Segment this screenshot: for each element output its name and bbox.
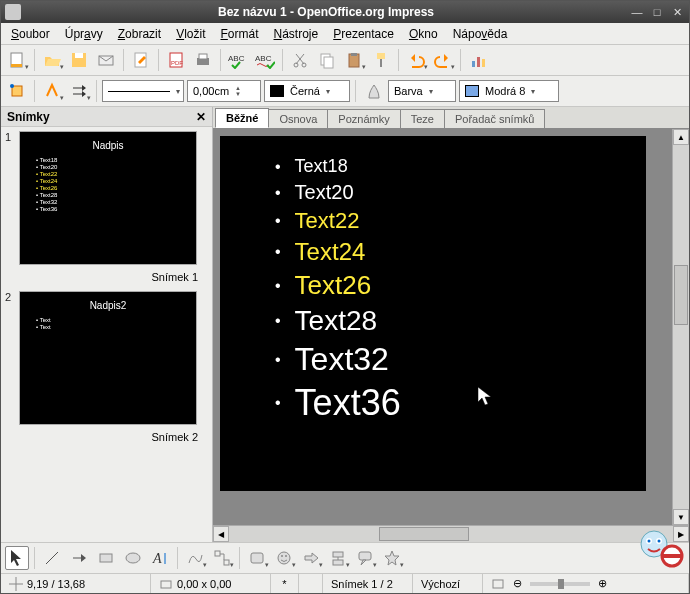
slide-thumbnail[interactable]: Nadpis2TextText [19, 291, 197, 425]
fill-type-combo[interactable]: Barva ▾ [388, 80, 456, 102]
line-tool-button[interactable] [40, 546, 64, 570]
rectangle-tool-button[interactable] [94, 546, 118, 570]
save-button[interactable] [67, 48, 91, 72]
thumb-item: Text26 [36, 185, 184, 191]
redo-button[interactable]: ▾ [431, 48, 455, 72]
basic-shapes-button[interactable]: ▾ [245, 546, 269, 570]
zoom-slider[interactable] [530, 582, 590, 586]
flowcharts-button[interactable]: ▾ [326, 546, 350, 570]
tab-normal[interactable]: Běžné [215, 108, 269, 128]
fill-color-combo[interactable]: Modrá 8 ▾ [459, 80, 559, 102]
slide-text: Text32 [295, 341, 389, 378]
modify-points-button[interactable] [5, 79, 29, 103]
cut-button[interactable] [288, 48, 312, 72]
zoom-fit-icon[interactable] [491, 577, 505, 591]
zoom-out-icon[interactable]: ⊖ [513, 577, 522, 590]
block-arrows-button[interactable]: ▾ [299, 546, 323, 570]
tab-handouts[interactable]: Teze [400, 109, 445, 128]
line-style-combo[interactable]: ▾ [102, 80, 184, 102]
text-tool-button[interactable]: A [148, 546, 172, 570]
menu-help[interactable]: Nápověda [447, 25, 514, 43]
line-color-combo[interactable]: Černá ▾ [264, 80, 350, 102]
svg-rect-40 [359, 552, 371, 560]
svg-line-25 [46, 552, 58, 564]
edit-file-button[interactable] [129, 48, 153, 72]
new-button[interactable]: ▾ [5, 48, 29, 72]
format-paintbrush-button[interactable] [369, 48, 393, 72]
help-agent-icon[interactable] [635, 521, 685, 571]
vertical-scrollbar[interactable]: ▲▼ [672, 129, 689, 525]
menu-window[interactable]: Okno [403, 25, 444, 43]
statusbar: 9,19 / 13,68 0,00 x 0,00 * Snímek 1 / 2 … [1, 573, 689, 593]
stars-button[interactable]: ▾ [380, 546, 404, 570]
thumb-item: Text36 [36, 206, 184, 212]
tab-outline[interactable]: Osnova [268, 109, 328, 128]
menu-view[interactable]: Zobrazit [112, 25, 167, 43]
slide-bullet-item[interactable]: •Text28 [275, 305, 646, 337]
slide-bullet-item[interactable]: •Text26 [275, 270, 646, 301]
line-width-combo[interactable]: 0,00cm ▲▼ [187, 80, 261, 102]
tab-sorter[interactable]: Pořadač snímků [444, 109, 545, 128]
maximize-button[interactable]: □ [649, 4, 665, 20]
chart-button[interactable] [466, 48, 490, 72]
menu-format[interactable]: Formát [214, 25, 264, 43]
undo-button[interactable]: ▾ [404, 48, 428, 72]
svg-rect-23 [12, 86, 22, 96]
print-button[interactable] [191, 48, 215, 72]
slide-number: 1 [5, 131, 15, 265]
view-tabs: Běžné Osnova Poznámky Teze Pořadač snímk… [213, 107, 689, 129]
menu-file[interactable]: Soubor [5, 25, 56, 43]
svg-point-36 [285, 555, 287, 557]
slide-text: Text18 [295, 156, 348, 177]
slide-canvas[interactable]: •Text18•Text20•Text22•Text24•Text26•Text… [213, 129, 672, 525]
bullet-icon: • [275, 351, 281, 369]
export-pdf-button[interactable]: PDF [164, 48, 188, 72]
connector-tool-button[interactable]: ▾ [210, 546, 234, 570]
email-button[interactable] [94, 48, 118, 72]
slide-bullet-item[interactable]: •Text36 [275, 382, 646, 424]
arrow-tool-button[interactable] [67, 546, 91, 570]
slide-bullet-item[interactable]: •Text24 [275, 238, 646, 266]
svg-rect-17 [351, 53, 357, 56]
menu-presentation[interactable]: Prezentace [327, 25, 400, 43]
svg-rect-20 [472, 61, 475, 67]
paste-button[interactable]: ▾ [342, 48, 366, 72]
curve-tool-button[interactable]: ▾ [183, 546, 207, 570]
slide-bullet-item[interactable]: •Text32 [275, 341, 646, 378]
fontwork-button[interactable]: ▾ [40, 79, 64, 103]
menu-tools[interactable]: Nástroje [268, 25, 325, 43]
close-button[interactable]: ✕ [669, 4, 685, 20]
slide-bullet-item[interactable]: •Text22 [275, 208, 646, 234]
line-fill-toolbar: ▾ ▾ ▾ 0,00cm ▲▼ Černá ▾ Barva ▾ Modrá 8 [1, 76, 689, 107]
svg-point-24 [10, 84, 14, 88]
position-icon [9, 577, 23, 591]
area-dialog-button[interactable] [361, 79, 385, 103]
close-panel-icon[interactable]: ✕ [196, 110, 206, 124]
slide-bullet-item[interactable]: •Text18 [275, 156, 646, 177]
copy-button[interactable] [315, 48, 339, 72]
menu-edit[interactable]: Úpravy [59, 25, 109, 43]
slide-bullet-item[interactable]: •Text20 [275, 181, 646, 204]
zoom-in-icon[interactable]: ⊕ [598, 577, 607, 590]
menu-insert[interactable]: Vložit [170, 25, 211, 43]
horizontal-scrollbar[interactable]: ◀▶ [213, 525, 689, 542]
tab-notes[interactable]: Poznámky [327, 109, 400, 128]
callouts-button[interactable]: ▾ [353, 546, 377, 570]
autospellcheck-button[interactable]: ABC [253, 48, 277, 72]
minimize-button[interactable]: — [629, 4, 645, 20]
open-button[interactable]: ▾ [40, 48, 64, 72]
slide-thumbnail[interactable]: NadpisText18Text20Text22Text24Text26Text… [19, 131, 197, 265]
svg-rect-18 [377, 53, 385, 59]
thumb-title: Nadpis2 [32, 300, 184, 311]
svg-rect-33 [251, 553, 263, 563]
svg-rect-21 [477, 57, 480, 67]
symbol-shapes-button[interactable]: ▾ [272, 546, 296, 570]
slide-text: Text26 [295, 270, 372, 301]
slide-label: Snímek 1 [5, 269, 208, 291]
bullet-icon: • [275, 158, 281, 176]
arrow-style-button[interactable]: ▾ [67, 79, 91, 103]
spellcheck-button[interactable]: ABC [226, 48, 250, 72]
standard-toolbar: ▾ ▾ PDF ABC ABC [1, 45, 689, 76]
ellipse-tool-button[interactable] [121, 546, 145, 570]
select-tool-button[interactable] [5, 546, 29, 570]
